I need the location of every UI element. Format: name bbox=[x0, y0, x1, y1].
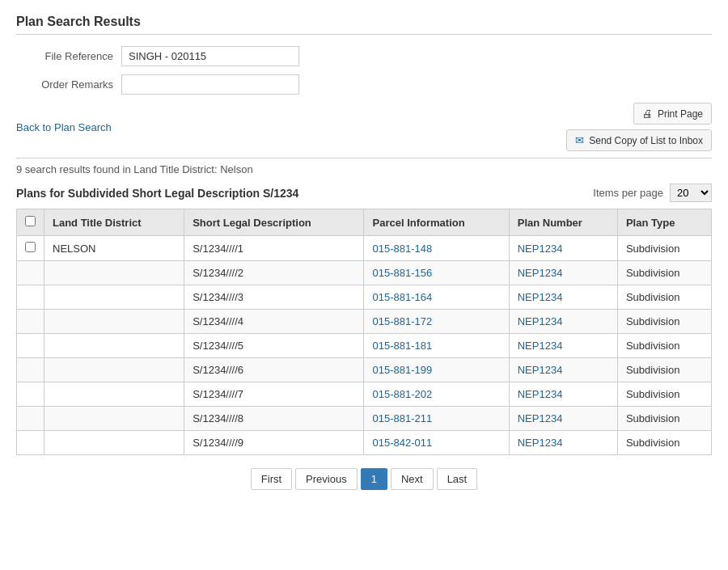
pagination-next-button[interactable]: Next bbox=[391, 468, 434, 490]
cell-plan-number[interactable]: NEP1234 bbox=[509, 285, 617, 310]
cell-district bbox=[44, 334, 184, 358]
cell-parcel-info[interactable]: 015-881-211 bbox=[364, 407, 509, 431]
cell-parcel-info[interactable]: 015-881-156 bbox=[364, 261, 509, 285]
cell-district: NELSON bbox=[44, 236, 184, 261]
page-title: Plan Search Results bbox=[16, 8, 712, 35]
cell-short-legal: S/1234////2 bbox=[184, 261, 364, 285]
select-all-header bbox=[17, 209, 44, 236]
cell-parcel-info[interactable]: 015-881-148 bbox=[364, 236, 509, 261]
cell-parcel-info[interactable]: 015-881-164 bbox=[364, 285, 509, 310]
parcel-info-link[interactable]: 015-881-172 bbox=[372, 315, 432, 327]
parcel-info-link[interactable]: 015-842-011 bbox=[372, 437, 432, 449]
results-header: Plans for Subdivided Short Legal Descrip… bbox=[16, 184, 712, 202]
order-remarks-label: Order Remarks bbox=[16, 78, 113, 91]
cell-district bbox=[44, 431, 184, 455]
action-buttons-container: Print Page Send Copy of List to Inbox bbox=[566, 103, 712, 151]
parcel-info-link[interactable]: 015-881-202 bbox=[372, 388, 432, 400]
pagination-last-button[interactable]: Last bbox=[437, 468, 478, 490]
cell-plan-type: Subdivision bbox=[617, 236, 711, 261]
select-all-checkbox[interactable] bbox=[25, 216, 36, 226]
cell-plan-number[interactable]: NEP1234 bbox=[509, 407, 617, 431]
parcel-info-link[interactable]: 015-881-148 bbox=[372, 243, 432, 255]
printer-icon bbox=[642, 108, 653, 120]
col-parcel-info: Parcel Information bbox=[364, 209, 509, 236]
items-per-page-container: Items per page 20 50 100 bbox=[593, 184, 712, 202]
cell-district bbox=[44, 382, 184, 407]
plan-number-link[interactable]: NEP1234 bbox=[518, 364, 563, 376]
back-to-plan-search-link[interactable]: Back to Plan Search bbox=[16, 121, 112, 133]
cell-plan-number[interactable]: NEP1234 bbox=[509, 382, 617, 407]
col-land-title-district: Land Title District bbox=[44, 209, 184, 236]
table-row: S/1234////8015-881-211NEP1234Subdivision bbox=[17, 407, 712, 431]
plan-number-link[interactable]: NEP1234 bbox=[518, 267, 563, 279]
table-row: S/1234////2015-881-156NEP1234Subdivision bbox=[17, 261, 712, 285]
col-plan-number: Plan Number bbox=[509, 209, 617, 236]
col-short-legal: Short Legal Description bbox=[184, 209, 364, 236]
cell-district bbox=[44, 261, 184, 285]
table-row: NELSONS/1234////1015-881-148NEP1234Subdi… bbox=[17, 236, 712, 261]
cell-short-legal: S/1234////3 bbox=[184, 285, 364, 310]
cell-plan-type: Subdivision bbox=[617, 431, 711, 455]
table-row: S/1234////4015-881-172NEP1234Subdivision bbox=[17, 310, 712, 334]
cell-plan-number[interactable]: NEP1234 bbox=[509, 358, 617, 382]
plan-number-link[interactable]: NEP1234 bbox=[518, 437, 563, 449]
table-row: S/1234////7015-881-202NEP1234Subdivision bbox=[17, 382, 712, 407]
file-reference-label: File Reference bbox=[16, 50, 113, 62]
cell-plan-type: Subdivision bbox=[617, 407, 711, 431]
cell-district bbox=[44, 285, 184, 310]
parcel-info-link[interactable]: 015-881-199 bbox=[372, 364, 432, 376]
pagination: First Previous 1 Next Last bbox=[16, 468, 712, 490]
pagination-first-button[interactable]: First bbox=[251, 468, 292, 490]
results-table: Land Title District Short Legal Descript… bbox=[16, 209, 712, 455]
row-checkbox[interactable] bbox=[25, 242, 36, 252]
order-remarks-input[interactable] bbox=[121, 74, 299, 95]
cell-plan-number[interactable]: NEP1234 bbox=[509, 310, 617, 334]
table-row: S/1234////5015-881-181NEP1234Subdivision bbox=[17, 334, 712, 358]
cell-plan-type: Subdivision bbox=[617, 358, 711, 382]
cell-parcel-info[interactable]: 015-881-199 bbox=[364, 358, 509, 382]
cell-plan-type: Subdivision bbox=[617, 334, 711, 358]
cell-short-legal: S/1234////6 bbox=[184, 358, 364, 382]
send-copy-button[interactable]: Send Copy of List to Inbox bbox=[566, 129, 712, 151]
cell-plan-type: Subdivision bbox=[617, 310, 711, 334]
parcel-info-link[interactable]: 015-881-211 bbox=[372, 412, 432, 424]
pagination-current-button[interactable]: 1 bbox=[361, 468, 387, 490]
cell-parcel-info[interactable]: 015-881-172 bbox=[364, 310, 509, 334]
table-row: S/1234////6015-881-199NEP1234Subdivision bbox=[17, 358, 712, 382]
plan-number-link[interactable]: NEP1234 bbox=[518, 315, 563, 327]
plan-number-link[interactable]: NEP1234 bbox=[518, 388, 563, 400]
cell-parcel-info[interactable]: 015-881-202 bbox=[364, 382, 509, 407]
plan-number-link[interactable]: NEP1234 bbox=[518, 243, 563, 255]
cell-plan-number[interactable]: NEP1234 bbox=[509, 236, 617, 261]
items-per-page-label: Items per page bbox=[593, 187, 663, 199]
parcel-info-link[interactable]: 015-881-181 bbox=[372, 340, 432, 352]
cell-short-legal: S/1234////9 bbox=[184, 431, 364, 455]
print-page-button[interactable]: Print Page bbox=[633, 103, 712, 125]
cell-plan-number[interactable]: NEP1234 bbox=[509, 431, 617, 455]
plan-number-link[interactable]: NEP1234 bbox=[518, 412, 563, 424]
cell-short-legal: S/1234////7 bbox=[184, 382, 364, 407]
search-summary: 9 search results found in Land Title Dis… bbox=[16, 158, 712, 184]
plan-number-link[interactable]: NEP1234 bbox=[518, 340, 563, 352]
parcel-info-link[interactable]: 015-881-164 bbox=[372, 291, 432, 303]
results-title: Plans for Subdivided Short Legal Descrip… bbox=[16, 187, 298, 200]
cell-parcel-info[interactable]: 015-842-011 bbox=[364, 431, 509, 455]
parcel-info-link[interactable]: 015-881-156 bbox=[372, 267, 432, 279]
cell-district bbox=[44, 407, 184, 431]
plan-number-link[interactable]: NEP1234 bbox=[518, 291, 563, 303]
cell-short-legal: S/1234////5 bbox=[184, 334, 364, 358]
cell-plan-number[interactable]: NEP1234 bbox=[509, 334, 617, 358]
cell-plan-number[interactable]: NEP1234 bbox=[509, 261, 617, 285]
cell-parcel-info[interactable]: 015-881-181 bbox=[364, 334, 509, 358]
cell-short-legal: S/1234////4 bbox=[184, 310, 364, 334]
cell-plan-type: Subdivision bbox=[617, 382, 711, 407]
pagination-previous-button[interactable]: Previous bbox=[295, 468, 358, 490]
cell-district bbox=[44, 358, 184, 382]
items-per-page-select[interactable]: 20 50 100 bbox=[670, 184, 712, 202]
col-plan-type: Plan Type bbox=[617, 209, 711, 236]
envelope-icon bbox=[575, 134, 584, 146]
cell-district bbox=[44, 310, 184, 334]
file-reference-input[interactable] bbox=[121, 46, 299, 66]
cell-plan-type: Subdivision bbox=[617, 261, 711, 285]
cell-short-legal: S/1234////1 bbox=[184, 236, 364, 261]
